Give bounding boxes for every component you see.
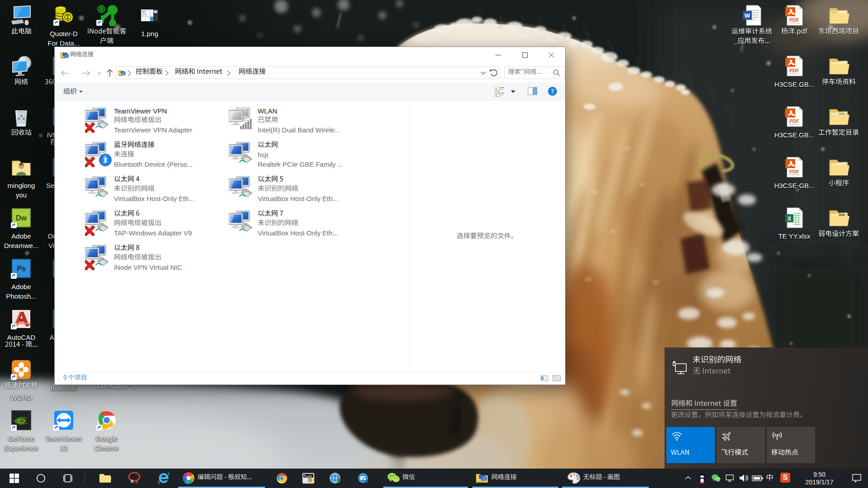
svg-text:PDF: PDF — [789, 118, 799, 124]
svg-text:Ps: Ps — [17, 265, 26, 272]
svg-text:PDF: PDF — [789, 68, 799, 73]
svg-text:Dw: Dw — [16, 214, 27, 222]
svg-text:X: X — [788, 216, 791, 222]
svg-text:W: W — [745, 12, 750, 19]
svg-text:PDF: PDF — [789, 169, 799, 174]
svg-text:?: ? — [551, 88, 554, 95]
svg-text:PDF: PDF — [789, 17, 799, 23]
